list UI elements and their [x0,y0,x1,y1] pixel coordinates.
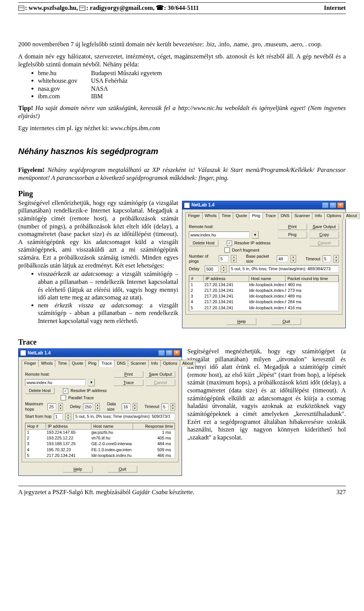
tab-info[interactable]: Info [148,360,160,367]
table-row[interactable]: 4195.70.32.23FE-1.0.index-gw.interware.h… [25,447,175,453]
li1-lead: visszaérkezik az adatcsomag: [38,270,114,277]
help-button[interactable]: Help [227,318,256,325]
ping-button[interactable]: Ping [278,231,307,238]
th-host[interactable]: Host name [249,276,286,282]
print-button[interactable]: Print [278,224,307,230]
tab-time[interactable]: Time [55,360,69,367]
save-output-button[interactable]: Save Output [146,371,175,378]
print-button[interactable]: Print [114,371,143,378]
th-host[interactable]: Host name [91,423,133,430]
tab-dns[interactable]: DNS [278,212,292,219]
tab-about[interactable]: About [180,360,196,367]
delay-input[interactable]: 250 [83,403,93,410]
quit-button[interactable]: Quit [108,466,137,472]
base-packet-input[interactable]: 48 [277,255,288,262]
pings-input[interactable]: 5 [219,255,229,262]
datasize-stepper[interactable]: ▲▼ [133,403,137,411]
th-ip[interactable]: IP address [204,276,249,282]
tab-scanner[interactable]: Scanner [128,360,149,367]
th-num[interactable]: # [189,276,204,282]
page-number: 327 [336,488,346,496]
close-icon[interactable]: × [173,350,180,356]
tab-options[interactable]: Options [324,212,344,219]
tab-quote[interactable]: Quote [233,212,249,219]
delete-host-button[interactable]: Delete Host [25,387,55,394]
help-button[interactable]: Help [63,466,93,472]
table-row[interactable]: 4217.20.134.241ldir-loopback.index.hu284… [189,299,339,305]
tab-about[interactable]: About [344,212,360,219]
titlebar[interactable]: NetLab 1.4 _ □ × [19,349,182,357]
table-row[interactable]: 3193.188.137.25GE-2-0.core0.interware.hu… [25,441,175,447]
status-bar: 5 out, 5 in, 0% loss; Time (max/avg/min)… [74,413,175,420]
tab-options[interactable]: Options [160,360,180,367]
th-ip[interactable]: IP address [46,423,91,430]
table-row[interactable]: 5217.20.134.241ldir-loopback.index.hu416… [189,305,339,311]
close-icon[interactable]: × [337,202,344,208]
tab-whois[interactable]: WhoIs [38,360,55,367]
tab-finger[interactable]: Finger [22,360,39,367]
timeout-input[interactable]: 5 [162,403,168,410]
tab-info[interactable]: Info [312,212,324,219]
tab-ping[interactable]: Ping [249,212,263,219]
quit-button[interactable]: Quit [271,318,301,325]
tab-finger[interactable]: Finger [185,212,202,219]
delay-stepper[interactable]: ▲▼ [95,403,100,411]
tab-quote[interactable]: Quote [69,360,86,367]
resolve-ip-checkbox[interactable]: ✓ [227,241,232,246]
timeout-stepper[interactable]: ▲▼ [171,403,175,411]
delete-host-button[interactable]: Delete Host [189,240,218,246]
maximize-icon[interactable]: □ [329,202,336,208]
dropdown-icon[interactable]: ▾ [252,231,259,239]
ex-key: whitehouse.gov [38,77,91,85]
tab-dns[interactable]: DNS [114,360,128,367]
lbl-parallel: Parallel Trace [68,395,94,400]
cancel-button[interactable]: Cancel [309,240,339,246]
remote-host-input[interactable]: www.index.hu [25,379,86,386]
tab-trace[interactable]: Trace [262,212,278,219]
resolve-ip-checkbox[interactable]: ✓ [63,388,68,394]
tab-time[interactable]: Time [219,212,233,219]
packet-stepper[interactable]: ▲▼ [290,255,296,263]
table-row[interactable]: 5217.20.134.241ldir-loopback.index.hu466… [25,453,175,458]
dropdown-icon[interactable]: ▾ [88,379,95,386]
ex-val: USA Fehérház [91,77,128,85]
delay-stepper[interactable]: ▲▼ [221,265,227,273]
titlebar[interactable]: NetLab 1.4 _ □ × [182,201,345,209]
table-row[interactable]: 1193.224.147.65gw.pszfs.hu1 ms [25,430,175,435]
timeout-input[interactable]: 5 [323,255,331,262]
delay-input[interactable]: 500 [205,266,218,272]
copy-button[interactable]: Copy [309,231,339,238]
parallel-trace-checkbox[interactable] [61,395,66,400]
trace-button[interactable]: Trace [114,380,143,386]
timeout-stepper[interactable]: ▲▼ [333,255,339,263]
pings-stepper[interactable]: ▲▼ [231,255,237,263]
cancel-button[interactable]: Cancel [146,380,175,386]
minimize-icon[interactable]: _ [158,350,165,356]
starthop-input[interactable]: 1 [54,413,63,420]
tab-whois[interactable]: WhoIs [202,212,219,219]
tab-trace[interactable]: Trace [99,360,115,367]
table-row[interactable]: 2193.225.12.22vh76.iif.hu405 ms [25,435,175,441]
table-row[interactable]: 3217.20.134.241ldir-loopback.index.hu489… [189,293,339,299]
lbl-timeout: Timeout [144,404,159,409]
tab-ping[interactable]: Ping [85,360,99,367]
table-row[interactable]: 2217.20.134.241ldir-loopback.index.hu273… [189,288,339,293]
ex-key: bme.hu [38,69,91,77]
datasize-input[interactable]: 16 [122,403,130,410]
th-rtt[interactable]: Packet round trip time [286,276,339,282]
table-row[interactable]: 1217.20.134.241ldir-loopback.index.hu460… [189,282,339,288]
save-output-button[interactable]: Save Output [309,224,339,230]
ex-key: ibm.com [38,93,91,101]
dont-fragment-checkbox[interactable] [224,247,230,253]
lbl-timeout: Timeout [305,257,320,261]
tab-scanner[interactable]: Scanner [292,212,312,219]
remote-host-input[interactable]: www.index.hu [189,231,249,238]
th-hop[interactable]: Hop # [25,423,46,430]
ex-val: NASA [91,85,108,93]
starthop-stepper[interactable]: ▲▼ [65,413,71,420]
minimize-icon[interactable]: _ [322,202,329,208]
maximize-icon[interactable]: □ [166,350,173,356]
th-resp[interactable]: Response time [133,423,175,430]
maxhops-stepper[interactable]: ▲▼ [58,403,63,411]
maxhops-input[interactable]: 25 [47,403,56,410]
